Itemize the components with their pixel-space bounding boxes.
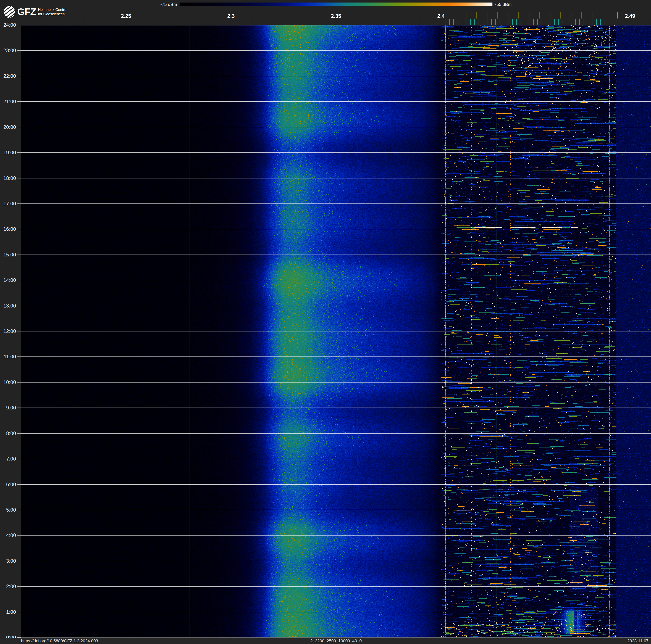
freq-minor-tick — [21, 19, 21, 25]
time-axis-label: 7:00 — [0, 456, 16, 462]
status-bar: https://doi.org/10.5880/GFZ.1.2.2024.003… — [0, 638, 651, 644]
ble-channel-tick — [470, 19, 471, 25]
ble-channel-tick — [454, 19, 454, 25]
freq-minor-tick — [357, 19, 357, 25]
ble-channel-tick — [571, 19, 571, 25]
freq-minor-tick — [189, 19, 189, 25]
time-axis-tick — [17, 612, 21, 612]
time-axis-label: 22:00 — [0, 74, 16, 79]
wifi-channel-tick — [508, 12, 508, 19]
wifi-channel-tick — [617, 12, 618, 19]
time-axis-tick — [17, 356, 21, 357]
ble-channel-tick — [445, 19, 445, 25]
wifi-channel-tick — [539, 12, 540, 19]
freq-minor-tick — [399, 19, 399, 25]
time-axis-tick — [17, 255, 21, 255]
wifi-channel-tick — [487, 12, 488, 19]
freq-minor-tick — [420, 19, 420, 25]
brand-subtitle-line2: for Geosciences — [38, 12, 66, 17]
brand-text: GFZ — [17, 5, 36, 19]
ble-channel-tick — [546, 19, 546, 25]
freq-axis-label: 2.49 — [617, 13, 643, 19]
time-axis-label: 17:00 — [0, 201, 16, 206]
time-axis-tick — [17, 561, 21, 561]
freq-minor-tick — [441, 19, 441, 25]
ble-channel-tick — [537, 19, 538, 25]
freq-minor-tick — [336, 19, 336, 25]
ble-channel-tick — [525, 19, 525, 25]
ble-channel-tick — [521, 19, 521, 25]
time-axis-tick — [17, 331, 21, 331]
time-axis-tick — [17, 408, 21, 408]
brand-subtitle: Helmholtz Centre for Geosciences — [38, 7, 66, 17]
ble-channel-tick — [474, 19, 475, 25]
colorbar-max-label: -55 dBm — [495, 2, 512, 7]
wifi-channel-tick — [466, 12, 466, 19]
freq-axis-label: 2.35 — [323, 13, 349, 19]
ble-channel-tick — [588, 19, 588, 25]
time-axis-label: 10:00 — [0, 380, 16, 385]
freq-minor-tick — [105, 19, 105, 25]
time-axis-tick — [17, 586, 21, 587]
ble-channel-tick — [466, 19, 466, 25]
freq-minor-tick — [168, 19, 168, 25]
ble-channel-tick — [487, 19, 488, 25]
ble-channel-tick — [533, 19, 534, 25]
colorbar — [180, 2, 492, 6]
time-axis-label: 3:00 — [0, 558, 16, 564]
time-axis-tick — [17, 433, 21, 434]
wifi-channel-tick — [560, 12, 561, 19]
freq-minor-tick — [252, 19, 252, 25]
wifi-channel-tick — [592, 12, 592, 19]
time-axis-tick — [17, 178, 21, 178]
time-axis-label: 1:00 — [0, 609, 16, 615]
time-axis-tick — [17, 280, 21, 281]
time-axis-tick — [17, 203, 21, 204]
time-axis-tick — [17, 50, 21, 51]
time-axis-label: 21:00 — [0, 99, 16, 104]
freq-minor-tick — [294, 19, 294, 25]
time-axis-label: 16:00 — [0, 226, 16, 232]
ble-channel-tick — [529, 19, 529, 25]
time-axis-tick — [17, 101, 21, 102]
brand-subtitle-line1: Helmholtz Centre — [38, 7, 66, 12]
ble-channel-tick — [558, 19, 559, 25]
time-axis-label: 15:00 — [0, 252, 16, 258]
ble-channel-tick — [517, 19, 517, 25]
wifi-channel-tick — [571, 12, 571, 19]
ble-channel-tick — [575, 19, 576, 25]
time-axis-tick — [17, 484, 21, 485]
freq-axis-label: 2.4 — [428, 13, 454, 19]
freq-minor-tick — [210, 19, 210, 25]
ble-channel-tick — [458, 19, 458, 25]
ble-channel-tick — [567, 19, 567, 25]
ble-channel-tick — [495, 19, 496, 25]
time-axis-label: 14:00 — [0, 277, 16, 283]
ble-channel-tick — [604, 19, 605, 25]
time-axis-tick — [17, 459, 21, 459]
time-axis-label: 18:00 — [0, 176, 16, 181]
ble-channel-tick — [504, 19, 504, 25]
ble-channel-tick — [541, 19, 542, 25]
time-axis-tick — [17, 152, 21, 153]
freq-minor-tick — [315, 19, 315, 25]
time-axis-label: 11:00 — [0, 354, 16, 359]
gfz-logo: GFZ Helmholtz Centre for Geosciences — [3, 5, 66, 19]
freq-minor-tick — [231, 19, 231, 25]
ble-channel-tick — [563, 19, 563, 25]
ble-channel-tick — [600, 19, 601, 25]
time-axis-tick — [17, 127, 21, 127]
time-axis-label: 20:00 — [0, 124, 16, 130]
freq-minor-tick — [378, 19, 378, 25]
app-window: GFZ Helmholtz Centre for Geosciences -75… — [0, 0, 651, 644]
freq-minor-tick — [630, 19, 630, 25]
ble-channel-tick — [508, 19, 508, 25]
time-axis-tick — [17, 76, 21, 76]
freq-axis-label: 2.3 — [218, 13, 244, 19]
time-axis-label: 24:00 — [0, 22, 16, 28]
time-axis-label: 13:00 — [0, 303, 16, 309]
time-axis-tick — [17, 535, 21, 535]
wifi-channel-tick — [582, 12, 582, 19]
ble-channel-tick — [491, 19, 492, 25]
ble-channel-tick — [596, 19, 597, 25]
